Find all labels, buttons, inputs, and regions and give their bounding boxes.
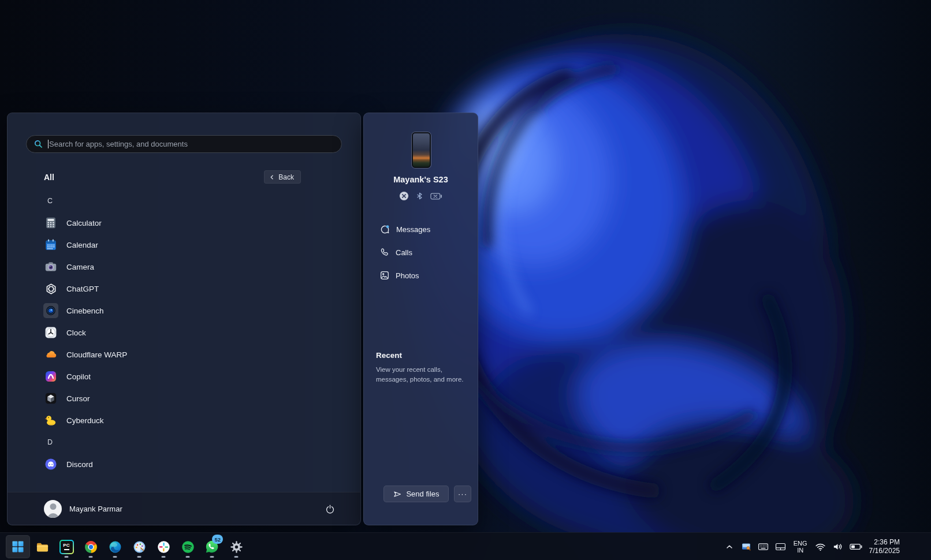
app-list-item-chatgpt[interactable]: ChatGPT xyxy=(8,278,360,300)
taskbar-app-edge[interactable] xyxy=(103,535,127,558)
cursor-icon xyxy=(43,391,58,406)
slack-icon xyxy=(157,540,171,554)
taskbar: PC xyxy=(0,532,931,560)
photos-shortcut[interactable]: Photos xyxy=(364,264,478,287)
clock-date: 7/16/2025 xyxy=(869,547,900,555)
language-line1: ENG xyxy=(794,540,807,547)
app-label: Copilot xyxy=(66,372,91,381)
taskbar-app-settings[interactable] xyxy=(224,535,248,558)
cloudflare-warp-icon xyxy=(43,347,58,362)
app-list: C Calculator xyxy=(8,190,360,475)
app-label: Calendar xyxy=(66,241,98,249)
touchpad-icon[interactable] xyxy=(773,536,788,557)
folder-icon xyxy=(35,540,50,554)
edge-icon xyxy=(108,540,122,554)
recent-description: View your recent calls, messages, photos… xyxy=(376,365,468,384)
shortcut-label: Messages xyxy=(396,225,430,234)
wifi-icon[interactable] xyxy=(813,536,828,557)
taskbar-clock[interactable]: 2:36 PM 7/16/2025 xyxy=(867,536,902,557)
language-switcher[interactable]: ENG IN xyxy=(791,536,810,557)
taskbar-app-whatsapp[interactable]: 52 xyxy=(200,535,224,558)
copilot-icon xyxy=(43,369,58,384)
shortcut-label: Photos xyxy=(396,271,419,280)
tray-chevron-up[interactable] xyxy=(723,536,736,557)
desktop: All Back C xyxy=(0,0,931,560)
app-label: Cloudflare WARP xyxy=(66,350,127,359)
app-label: Camera xyxy=(66,263,94,271)
photos-icon xyxy=(379,270,390,281)
recent-title: Recent xyxy=(376,351,402,360)
volume-icon[interactable] xyxy=(831,536,845,557)
app-list-item-copilot[interactable]: Copilot xyxy=(8,365,360,387)
app-list-item-discord[interactable]: Discord xyxy=(8,453,360,475)
app-list-item-camera[interactable]: Camera xyxy=(8,256,360,278)
app-list-item-cyberduck[interactable]: Cyberduck xyxy=(8,409,360,431)
taskbar-app-chrome[interactable] xyxy=(79,535,103,558)
windows-logo-icon xyxy=(12,540,24,553)
clock-time: 2:36 PM xyxy=(874,538,900,547)
app-label: Clock xyxy=(66,328,86,337)
gear-icon xyxy=(229,540,244,554)
app-list-item-cursor[interactable]: Cursor xyxy=(8,387,360,409)
app-section-letter-d[interactable]: D xyxy=(8,431,360,453)
spotify-icon xyxy=(181,540,195,554)
app-list-item-clock[interactable]: Clock xyxy=(8,322,360,344)
taskbar-app-file-explorer[interactable] xyxy=(30,535,54,558)
calls-icon xyxy=(379,247,390,257)
taskbar-app-slack[interactable] xyxy=(151,535,176,558)
user-avatar[interactable] xyxy=(44,500,62,518)
chrome-icon xyxy=(84,540,98,554)
calculator-icon xyxy=(43,215,58,230)
clock-icon xyxy=(43,325,58,340)
more-options-button[interactable]: ··· xyxy=(454,486,471,502)
tray-screen-search-icon[interactable] xyxy=(739,536,753,557)
back-button[interactable]: Back xyxy=(264,170,301,184)
app-label: Cursor xyxy=(66,394,90,403)
app-list-item-cloudflare-warp[interactable]: Cloudflare WARP xyxy=(8,344,360,365)
pycharm-logo-text: PC xyxy=(63,543,70,548)
app-list-item-calendar[interactable]: Calendar xyxy=(8,234,360,256)
start-button[interactable] xyxy=(6,535,30,558)
calendar-icon xyxy=(43,237,58,252)
taskbar-app-pycharm[interactable]: PC xyxy=(54,535,79,558)
messages-shortcut[interactable]: Messages xyxy=(364,218,478,241)
whatsapp-badge: 52 xyxy=(212,535,223,544)
user-bar: Mayank Parmar xyxy=(8,492,360,525)
chevron-left-icon xyxy=(269,174,275,180)
app-label: Cinebench xyxy=(66,307,104,315)
start-menu-panel: All Back C xyxy=(7,113,361,525)
language-line2: IN xyxy=(797,547,803,554)
taskbar-app-paint[interactable] xyxy=(127,535,151,558)
app-section-letter-c[interactable]: C xyxy=(8,190,360,212)
search-icon xyxy=(33,139,43,149)
app-list-item-calculator[interactable]: Calculator xyxy=(8,212,360,234)
camera-icon xyxy=(43,259,58,274)
send-files-label: Send files xyxy=(406,490,439,498)
touch-keyboard-icon[interactable] xyxy=(756,536,770,557)
power-button[interactable] xyxy=(320,499,340,518)
battery-unavailable-icon xyxy=(430,192,442,200)
phone-wallpaper-thumbnail[interactable] xyxy=(412,132,431,168)
send-files-button[interactable]: Send files xyxy=(383,486,449,502)
chatgpt-icon xyxy=(43,281,58,296)
discord-icon xyxy=(43,457,58,472)
user-name[interactable]: Mayank Parmar xyxy=(69,505,122,513)
text-caret xyxy=(48,140,49,148)
app-label: Discord xyxy=(66,460,93,469)
phone-shortcuts: Messages Calls Photos xyxy=(364,218,478,287)
shortcut-label: Calls xyxy=(396,248,412,257)
search-input[interactable] xyxy=(49,140,334,148)
battery-icon[interactable] xyxy=(848,536,864,557)
all-apps-header: All Back xyxy=(44,170,335,184)
taskbar-app-spotify[interactable] xyxy=(176,535,200,558)
calls-shortcut[interactable]: Calls xyxy=(364,241,478,264)
app-list-item-cinebench[interactable]: Cinebench xyxy=(8,300,360,322)
cinebench-icon xyxy=(43,303,58,318)
bluetooth-icon xyxy=(415,192,424,200)
palette-icon xyxy=(132,540,147,554)
back-label: Back xyxy=(278,173,294,181)
app-label: Calculator xyxy=(66,219,102,227)
search-bar[interactable] xyxy=(26,135,342,153)
taskbar-apps: PC xyxy=(6,535,248,558)
phone-status-row xyxy=(364,191,478,201)
